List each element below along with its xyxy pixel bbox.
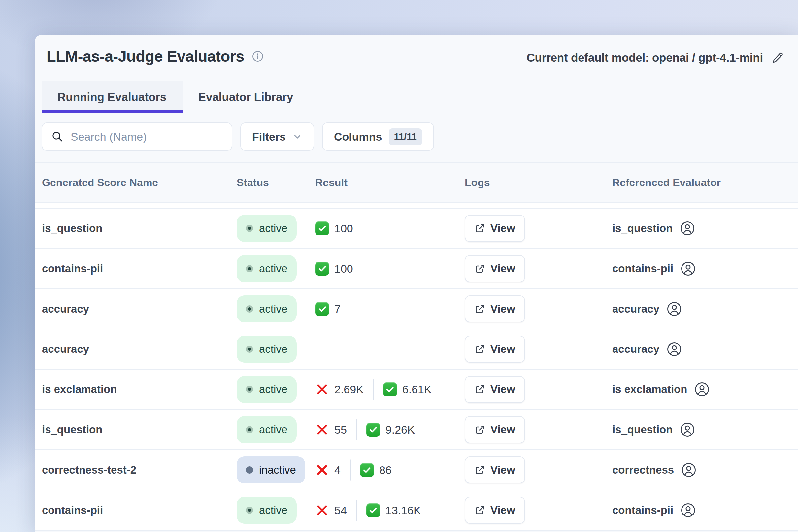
view-logs-button[interactable]: View: [465, 497, 525, 524]
view-logs-button[interactable]: View: [465, 416, 525, 443]
generated-score-name: is_question: [42, 423, 236, 436]
status-dot-icon: [246, 386, 253, 393]
status-dot-icon: [246, 507, 253, 514]
evaluators-panel: LLM-as-a-Judge Evaluators Current defaul…: [35, 35, 798, 532]
col-status: Status: [236, 176, 315, 189]
external-link-icon: [475, 304, 485, 314]
fail-count: 2.69K: [315, 382, 364, 396]
external-link-icon: [475, 344, 485, 355]
referenced-evaluator-name: accuracy: [612, 303, 659, 315]
view-logs-button[interactable]: View: [465, 255, 525, 282]
status-dot-icon: [246, 426, 253, 433]
info-icon[interactable]: [252, 51, 263, 62]
table-row: correctness-test-2 inactive 4 86 View co…: [35, 450, 798, 490]
status-badge: active: [236, 416, 297, 443]
pass-value: 100: [334, 222, 353, 235]
user-icon: [680, 221, 695, 236]
status-badge: active: [236, 296, 297, 322]
status-badge: active: [236, 336, 297, 363]
view-label: View: [490, 303, 515, 315]
page-title: LLM-as-a-Judge Evaluators: [46, 47, 244, 65]
title-wrap: LLM-as-a-Judge Evaluators: [46, 47, 263, 65]
generated-score-name: contains-pii: [42, 262, 236, 275]
view-logs-button[interactable]: View: [465, 376, 525, 403]
status-badge: active: [236, 376, 297, 403]
referenced-evaluator-cell: contains-pii: [612, 261, 798, 276]
partially-scrolled-row: [35, 203, 798, 209]
pass-count: 86: [360, 463, 392, 477]
view-logs-button[interactable]: View: [465, 456, 525, 483]
user-icon: [681, 502, 696, 518]
result-cell: 7: [315, 302, 465, 316]
view-label: View: [490, 222, 515, 235]
user-icon: [681, 462, 696, 478]
search-box[interactable]: [42, 122, 232, 151]
panel-header: LLM-as-a-Judge Evaluators Current defaul…: [35, 35, 798, 65]
desktop-background: LLM-as-a-Judge Evaluators Current defaul…: [0, 0, 798, 532]
external-link-icon: [475, 384, 485, 395]
referenced-evaluator-cell: accuracy: [612, 342, 798, 357]
referenced-evaluator-cell: is_question: [612, 422, 798, 437]
default-model-wrap: Current default model: openai / gpt-4.1-…: [526, 51, 784, 64]
pass-count: 100: [315, 222, 353, 235]
view-logs-button[interactable]: View: [465, 296, 525, 322]
view-label: View: [490, 262, 515, 275]
result-divider: [356, 419, 357, 440]
external-link-icon: [475, 223, 485, 234]
cross-icon: [315, 382, 329, 396]
check-icon: [366, 423, 380, 437]
chevron-down-icon: [292, 132, 302, 141]
view-label: View: [490, 343, 515, 356]
columns-button[interactable]: Columns 11/11: [322, 122, 434, 151]
generated-score-name: contains-pii: [42, 504, 236, 516]
user-icon: [680, 422, 695, 437]
tab-running-evaluators[interactable]: Running Evaluators: [42, 81, 183, 113]
referenced-evaluator-name: correctness: [612, 464, 674, 476]
result-divider: [350, 459, 351, 480]
columns-count-badge: 11/11: [389, 128, 422, 145]
status-label: active: [259, 383, 287, 396]
user-icon: [667, 301, 682, 317]
pass-count: 6.61K: [383, 382, 432, 396]
view-logs-button[interactable]: View: [465, 215, 525, 242]
user-icon: [667, 342, 682, 357]
status-label: active: [259, 222, 287, 235]
referenced-evaluator-name: is_question: [612, 222, 672, 235]
pass-count: 9.26K: [366, 423, 415, 437]
check-icon: [366, 503, 380, 517]
search-input[interactable]: [71, 130, 223, 143]
fail-count: 55: [315, 423, 347, 437]
view-label: View: [490, 423, 515, 436]
result-cell: 100: [315, 262, 465, 276]
status-label: active: [259, 504, 287, 516]
user-icon: [681, 261, 696, 276]
table-row: accuracy active View accuracy: [35, 329, 798, 369]
filters-button[interactable]: Filters: [240, 122, 314, 151]
tab-evaluator-library[interactable]: Evaluator Library: [183, 81, 309, 113]
pass-value: 13.16K: [385, 504, 421, 517]
referenced-evaluator-cell: is exclamation: [612, 382, 798, 397]
pass-value: 100: [334, 262, 353, 275]
external-link-icon: [475, 263, 485, 274]
check-icon: [383, 382, 397, 396]
status-dot-icon: [246, 305, 253, 312]
result-cell: 55 9.26K: [315, 419, 465, 440]
edit-model-button[interactable]: [772, 52, 784, 64]
tab-bar: Running Evaluators Evaluator Library: [35, 81, 798, 113]
pass-count: 100: [315, 262, 353, 276]
status-badge: active: [236, 497, 297, 524]
pass-value: 7: [334, 303, 341, 316]
external-link-icon: [475, 424, 485, 435]
table-row: is exclamation active 2.69K 6.61K View i…: [35, 369, 798, 410]
external-link-icon: [475, 465, 485, 475]
referenced-evaluator-name: is exclamation: [612, 383, 687, 396]
result-cell: 2.69K 6.61K: [315, 379, 465, 400]
status-label: active: [259, 343, 287, 356]
fail-value: 2.69K: [334, 383, 364, 396]
fail-count: 4: [315, 463, 341, 477]
fail-value: 55: [334, 423, 347, 436]
check-icon: [315, 222, 329, 235]
view-logs-button[interactable]: View: [465, 336, 525, 363]
search-icon: [52, 131, 63, 142]
status-label: inactive: [259, 464, 296, 476]
